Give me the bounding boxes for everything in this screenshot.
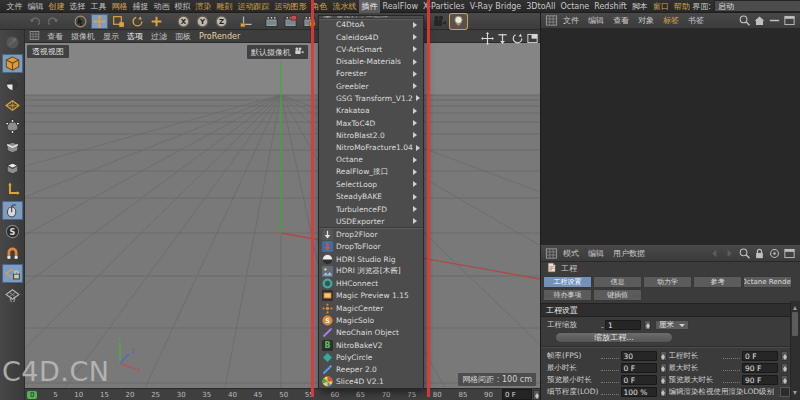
tab-信息[interactable]: 信息 [593,276,642,288]
attribute-manager-menu-编辑[interactable]: 编辑 [584,248,608,259]
model-mode-button[interactable] [2,54,23,73]
coordinate-system-button[interactable] [238,14,255,29]
render-picture-viewer-button[interactable] [282,14,299,29]
plugin-menu-item-RealFlow_接口[interactable]: RealFlow_接口 [319,166,423,178]
render-settings-button[interactable] [301,14,318,29]
plugin-menu-item-Greebler[interactable]: Greebler [319,80,423,92]
window-icon[interactable] [783,247,796,260]
object-manager-menu-书签[interactable]: 书签 [684,15,708,26]
camera-objects-button[interactable] [431,14,448,29]
view-label[interactable]: 透视视图 [27,45,69,58]
menubar-item-脚本[interactable]: 脚本 [629,0,650,13]
menubar-item-文件[interactable]: 文件 [4,0,25,13]
menubar-item-RealFlow[interactable]: RealFlow [380,0,421,13]
undo-button[interactable] [26,14,43,29]
workplane-lock-button[interactable] [2,264,23,283]
search-icon[interactable] [738,14,751,27]
timeline-ruler[interactable]: 051015202530354045505560657075808590 0 F [25,388,540,400]
object-manager-menu-文件[interactable]: 文件 [559,15,583,26]
scrollbar-thumb[interactable] [792,312,798,336]
value-stepper[interactable] [644,320,651,330]
value-field[interactable]: 0 F [621,363,657,373]
menubar-item-网格[interactable]: 网格 [109,0,130,13]
value-stepper[interactable] [660,375,667,385]
snap-mode-button[interactable] [2,243,23,262]
section-header[interactable]: 工程设置 [541,303,800,317]
menubar-item-Redshift[interactable]: Redshift [592,0,629,13]
minimize-icon[interactable] [768,14,781,27]
plugin-menu-item-USDExporter[interactable]: USDExporter [319,215,423,227]
polygon-mode-button[interactable] [2,159,23,178]
scrollbar[interactable] [790,301,800,400]
render-view-button[interactable] [263,14,280,29]
value-field[interactable]: 0 F [621,375,657,385]
menubar-item-V-Ray Bridge[interactable]: V-Ray Bridge [467,0,524,13]
solo-mode-button[interactable]: S [2,222,23,241]
nav-back-icon[interactable] [708,247,721,260]
tab-动力学[interactable]: 动力学 [643,276,692,288]
texture-mode-button[interactable] [2,75,23,94]
menubar-item-运动跟踪[interactable]: 运动跟踪 [235,0,272,13]
value-stepper[interactable] [781,363,788,373]
attribute-manager-menu-用户数据[interactable]: 用户数据 [609,248,649,259]
menubar-item-捕捉[interactable]: 捕捉 [130,0,151,13]
plugin-menu-item-PolyCircle[interactable]: PolyCircle [319,351,423,363]
plugin-menu-item-HDRI Studio Rig[interactable]: HDRI Studio Rig [319,253,423,265]
plugin-menu-item-DropToFloor[interactable]: DropToFloor [319,241,423,253]
rotate-tool-button[interactable] [129,14,146,29]
viewport-menu-面板[interactable]: 面板 [171,31,195,42]
plugin-menu-item-Slice4D V2.1[interactable]: Slice4D V2.1 [319,376,423,388]
scale-project-button[interactable]: 缩放工程... [555,332,673,343]
menubar-item-创建[interactable]: 创建 [46,0,67,13]
home-icon[interactable] [753,14,766,27]
value-stepper[interactable] [660,363,667,373]
plugin-menu-item-Reeper 2.0[interactable]: Reeper 2.0 [319,363,423,375]
lock-icon[interactable] [753,247,766,260]
project-scale-field[interactable]: 1 [605,320,641,330]
lock-x-axis-button[interactable]: X [175,14,192,29]
nav-forward-icon[interactable] [723,247,736,260]
plugin-menu-item-CV-ArtSmart[interactable]: CV-ArtSmart [319,43,423,55]
plugin-menu-item-Caleidos4D[interactable]: Caleidos4D [319,31,423,43]
plugin-menu-item-MagicCenter[interactable]: MagicCenter [319,302,423,314]
edge-mode-button[interactable] [2,138,23,157]
viewport-menu-查看[interactable]: 查看 [43,31,67,42]
menubar-item-模拟[interactable]: 模拟 [172,0,193,13]
object-manager-menu-标签[interactable]: 标签 [659,15,683,26]
lock-y-axis-button[interactable]: Y [194,14,211,29]
plugin-menu-item-NitroBakeV2[interactable]: B NitroBakeV2 [319,339,423,351]
plugin-menu-item-MagicSolo[interactable]: S MagicSolo [319,314,423,326]
default-camera-button[interactable]: 默认摄像机 [247,45,308,59]
value-field[interactable]: 90 F [742,375,778,385]
panel-menu-icon[interactable] [545,247,558,260]
plugin-menu-item-Octane[interactable]: Octane [319,154,423,166]
value-field[interactable]: 30 [621,351,657,361]
menubar-item-流水线[interactable]: 流水线 [330,0,359,13]
toggle-view-icon[interactable] [526,32,537,43]
tab-键插值[interactable]: 键插值 [593,289,642,301]
attribute-manager-menu-模式[interactable]: 模式 [559,248,583,259]
plugin-menu-item-NitroBlast2.0[interactable]: NitroBlast2.0 [319,129,423,141]
menubar-item-渲染[interactable]: 渲染 [193,0,214,13]
tab-参考[interactable]: 参考 [693,276,742,288]
value-field[interactable]: 100 % [621,387,657,397]
plugin-menu-item-HHConnect[interactable]: HHConnect [319,278,423,290]
pan-view-icon[interactable] [481,32,492,43]
menubar-item-工具[interactable]: 工具 [88,0,109,13]
tab-待办事项[interactable]: 待办事项 [543,289,592,301]
menubar-item-插件[interactable]: 插件 [359,0,380,13]
menubar-item-运动图形[interactable]: 运动图形 [272,0,309,13]
plugin-menu-item-NitroMoFracture1.04[interactable]: NitroMoFracture1.04 [319,141,423,153]
value-field[interactable]: 0 F [742,351,778,361]
panel-menu-icon[interactable] [545,14,558,27]
menubar-item-编辑[interactable]: 编辑 [25,0,46,13]
perspective-viewport[interactable]: 查看摄像机显示选项过滤面板ProRender 透视视图 默认摄像机 [25,30,540,388]
focus-icon[interactable] [768,247,781,260]
make-editable-button[interactable] [2,33,23,52]
rotate-view-icon[interactable] [511,32,522,43]
workplane-mode-button[interactable] [2,96,23,115]
frame-ruler[interactable]: 051015202530354045505560657075808590 [25,391,502,399]
plugin-menu-item-Forester[interactable]: Forester [319,68,423,80]
interface-dropdown[interactable]: 启动 [714,0,800,12]
viewport-menu-选项[interactable]: 选项 [123,31,147,42]
